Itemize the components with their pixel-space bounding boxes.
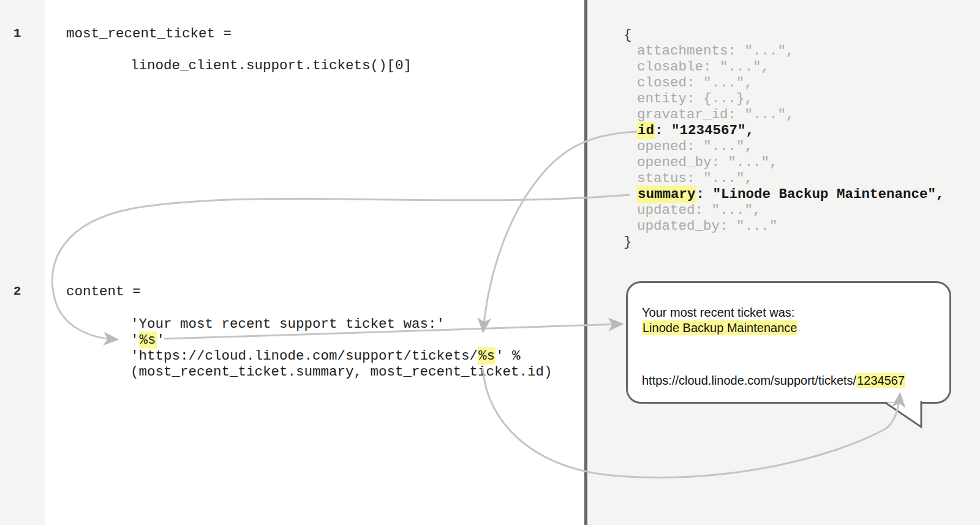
output-speech-bubble: Your most recent ticket was: Linode Back…: [626, 281, 951, 404]
text-segment: most_recent_ticket =: [66, 26, 232, 42]
text-segment: ': [157, 332, 165, 348]
text-segment: entity: {...},: [637, 91, 753, 107]
text-segment: opened_by: "...",: [637, 154, 778, 170]
code-line-tickets-call: linode_client.support.tickets()[0]: [130, 58, 412, 74]
text-segment: (most_recent_ticket.summary, most_recent…: [130, 364, 552, 380]
text-segment: closed: "...",: [637, 75, 753, 91]
json-open-brace: {: [624, 27, 632, 43]
text-segment: opened: "...",: [637, 138, 753, 154]
highlighted-text: 1234567: [856, 373, 905, 388]
code-line-string-1: 'Your most recent support ticket was:': [130, 316, 445, 332]
text-segment: https://cloud.linode.com/support/tickets…: [642, 374, 856, 387]
json-line: id: "1234567",: [637, 123, 944, 138]
code-line-content: content =: [66, 284, 141, 300]
line-number-2: 2: [0, 284, 34, 300]
text-segment: gravatar_id: "...",: [637, 107, 794, 123]
diagram-stage: 1 2 most_recent_ticket = linode_client.s…: [0, 0, 980, 525]
text-segment: {: [624, 27, 632, 43]
text-segment: ' %: [496, 348, 521, 364]
text-segment: closable: "...",: [637, 59, 769, 75]
json-line: opened_by: "...",: [637, 154, 944, 170]
text-segment: Your most recent ticket was:: [642, 306, 794, 319]
text-segment: status: "...",: [637, 170, 753, 186]
json-line: gravatar_id: "...",: [637, 107, 944, 123]
json-line: summary: "Linode Backup Maintenance",: [637, 186, 944, 202]
bubble-summary-text: Linode Backup Maintenance: [642, 320, 797, 335]
text-segment: attachments: "...",: [637, 43, 794, 59]
text-segment: }: [624, 234, 632, 250]
highlighted-text: id: [637, 122, 655, 139]
json-line: entity: {...},: [637, 91, 944, 107]
text-segment: linode_client.support.tickets()[0]: [130, 58, 412, 74]
json-line: closable: "...",: [637, 59, 944, 75]
json-line: attachments: "...",: [637, 43, 944, 59]
code-line-format-args: (most_recent_ticket.summary, most_recent…: [130, 364, 552, 380]
text-segment: updated: "...",: [637, 202, 761, 218]
highlighted-text: %s: [478, 347, 496, 364]
json-line: updated_by: "...": [637, 218, 944, 234]
line-number-1: 1: [0, 26, 34, 42]
json-lines: attachments: "...",closable: "...",close…: [637, 43, 944, 234]
text-segment: 'Your most recent support ticket was:': [130, 316, 445, 332]
code-line-string-3: 'https://cloud.linode.com/support/ticket…: [130, 348, 521, 364]
json-line: opened: "...",: [637, 138, 944, 154]
code-line-string-2: '%s': [130, 332, 165, 348]
text-segment: ': [130, 332, 139, 348]
json-close-brace: }: [624, 234, 632, 250]
json-line: updated: "...",: [637, 202, 944, 218]
bubble-intro-text: Your most recent ticket was:: [642, 305, 794, 320]
code-line-assignment: most_recent_ticket =: [66, 26, 232, 42]
text-segment: updated_by: "...": [637, 218, 778, 234]
json-line: status: "...",: [637, 170, 944, 186]
text-segment: : "1234567",: [655, 123, 754, 138]
text-segment: : "Linode Backup Maintenance",: [696, 186, 944, 202]
highlighted-text: Linode Backup Maintenance: [642, 320, 797, 335]
highlighted-text: %s: [139, 331, 157, 349]
text-segment: 'https://cloud.linode.com/support/ticket…: [130, 348, 478, 364]
text-segment: content =: [66, 284, 141, 300]
highlighted-text: summary: [637, 186, 696, 203]
vertical-divider: [584, 0, 587, 525]
line-number-gutter: [0, 0, 45, 525]
json-line: closed: "...",: [637, 75, 944, 91]
bubble-ticket-url: https://cloud.linode.com/support/tickets…: [642, 373, 905, 388]
